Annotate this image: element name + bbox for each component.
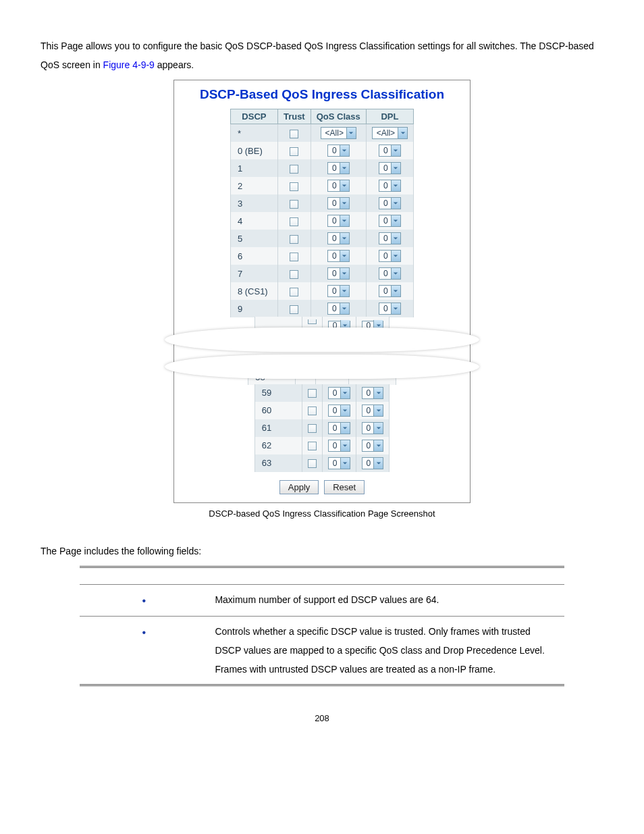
trust-checkbox[interactable] (290, 305, 298, 314)
trust-checkbox[interactable] (308, 424, 317, 433)
table-row: 600 (230, 247, 413, 265)
trust-checkbox[interactable] (290, 147, 298, 156)
dscp-label: 8 (CS1) (230, 282, 277, 300)
bullet-icon: • (142, 595, 146, 606)
table-row: 6300 (254, 454, 389, 472)
qosclass-select[interactable]: 0 (328, 422, 350, 434)
dscp-table-bottom: 59006000610062006300 (254, 384, 390, 472)
dpl-select[interactable]: 0 (379, 232, 401, 244)
qosclass-select[interactable]: 0 (327, 285, 350, 297)
chevron-down-icon (373, 423, 383, 434)
table-row: 300 (230, 194, 413, 212)
dscp-label: 59 (254, 384, 302, 402)
dpl-select[interactable]: 0 (362, 387, 384, 399)
table-row: 5900 (254, 384, 389, 402)
trust-checkbox[interactable] (290, 270, 298, 279)
dscp-star: * (230, 124, 277, 142)
chevron-down-icon (391, 163, 400, 174)
qosclass-select[interactable]: 0 (327, 267, 350, 280)
svg-marker-29 (376, 427, 380, 429)
trust-checkbox[interactable] (290, 253, 298, 261)
figure-caption: DSCP-based QoS Ingress Classification Pa… (41, 509, 603, 519)
figure-ref-link[interactable]: Figure 4-9-9 (103, 59, 155, 70)
fields-row: •Controls whether a specific DSCP value … (80, 616, 564, 685)
dpl-select[interactable]: 0 (379, 197, 401, 209)
chevron-down-icon (373, 440, 383, 451)
dpl-select[interactable]: 0 (379, 250, 401, 262)
trust-checkbox[interactable] (308, 442, 317, 450)
table-row: 6200 (254, 437, 389, 454)
dpl-select-all[interactable]: <All> (372, 127, 408, 139)
dpl-select[interactable]: 0 (362, 457, 384, 469)
dpl-select[interactable]: 0 (379, 162, 401, 174)
trust-checkbox[interactable] (308, 389, 317, 398)
chevron-down-icon (391, 286, 400, 296)
page-tear (165, 332, 479, 373)
apply-button[interactable]: Apply (279, 480, 319, 494)
chevron-down-icon (391, 215, 400, 226)
dscp-label: 9 (230, 300, 277, 317)
svg-marker-0 (349, 132, 353, 134)
col-trust: Trust (277, 109, 311, 124)
svg-marker-26 (343, 409, 347, 411)
svg-marker-31 (376, 444, 380, 446)
chevron-down-icon (340, 458, 350, 469)
qosclass-select[interactable]: 0 (327, 303, 350, 315)
qosclass-select[interactable]: 0 (327, 250, 350, 262)
qosclass-select[interactable]: 0 (328, 457, 350, 469)
dscp-label: 62 (254, 437, 302, 454)
trust-checkbox[interactable] (290, 182, 298, 191)
chevron-down-icon (373, 405, 383, 416)
trust-checkbox[interactable] (290, 288, 298, 296)
svg-marker-7 (394, 184, 398, 186)
qosclass-select-all[interactable]: <All> (321, 127, 356, 139)
trust-checkbox[interactable] (308, 407, 317, 415)
svg-marker-17 (394, 272, 398, 274)
qosclass-select[interactable]: 0 (327, 180, 350, 192)
qosclass-select[interactable]: 0 (327, 145, 350, 157)
trust-checkbox[interactable] (290, 165, 298, 174)
dpl-select[interactable]: 0 (362, 422, 384, 434)
dpl-select[interactable]: 0 (379, 285, 401, 297)
chevron-down-icon (340, 303, 349, 314)
qosclass-select[interactable]: 0 (327, 162, 350, 174)
chevron-down-icon (391, 303, 400, 314)
dpl-select[interactable]: 0 (362, 440, 384, 452)
table-row: 100 (230, 159, 413, 177)
trust-checkbox[interactable] (290, 217, 298, 226)
fields-row: •Maximum number of support ed DSCP value… (80, 584, 564, 616)
qosclass-select[interactable]: 0 (328, 387, 350, 399)
dscp-label: 5 (230, 230, 277, 247)
svg-marker-2 (342, 149, 346, 151)
qosclass-select[interactable]: 0 (328, 440, 350, 452)
dpl-select[interactable]: 0 (379, 267, 401, 280)
svg-marker-27 (376, 409, 380, 411)
trust-checkbox[interactable] (290, 200, 298, 209)
trust-checkbox[interactable] (290, 235, 298, 244)
dpl-select[interactable]: 0 (379, 215, 401, 227)
dpl-select[interactable]: 0 (379, 180, 401, 192)
svg-marker-11 (394, 219, 398, 221)
reset-button[interactable]: Reset (324, 480, 365, 494)
trust-checkbox-partial[interactable] (308, 319, 317, 324)
dpl-select[interactable]: 0 (379, 145, 401, 157)
dscp-figure: DSCP-Based QoS Ingress Classification DS… (173, 80, 471, 503)
svg-marker-10 (342, 219, 346, 221)
dscp-label: 3 (230, 194, 277, 212)
figure-title: DSCP-Based QoS Ingress Classification (174, 87, 470, 102)
svg-marker-9 (394, 202, 398, 204)
chevron-down-icon (340, 440, 350, 451)
svg-marker-15 (394, 255, 398, 257)
qosclass-select[interactable]: 0 (328, 405, 350, 417)
trust-checkbox[interactable] (308, 459, 317, 468)
chevron-down-icon (340, 251, 349, 261)
dpl-select[interactable]: 0 (379, 303, 401, 315)
trust-checkbox-all[interactable] (290, 130, 298, 138)
table-row: 200 (230, 177, 413, 194)
svg-marker-24 (343, 392, 347, 394)
qosclass-select[interactable]: 0 (327, 232, 350, 244)
dpl-select[interactable]: 0 (362, 405, 384, 417)
svg-marker-6 (342, 184, 346, 186)
qosclass-select[interactable]: 0 (327, 197, 350, 209)
qosclass-select[interactable]: 0 (327, 215, 350, 227)
